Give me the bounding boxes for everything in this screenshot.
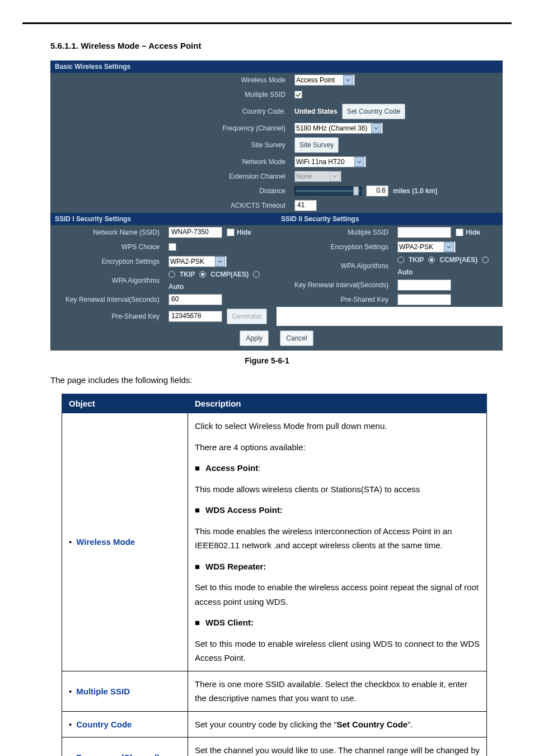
wireless-mode-select[interactable]: Access Point [294,74,355,86]
ssid1-alg-auto-radio[interactable] [253,271,260,278]
frequency-select[interactable]: 5180 MHz (Channel 36) [294,123,383,134]
ssid2-hide-label: Hide [466,228,480,236]
label-site-survey: Site Survey [50,139,291,151]
ssid1-psk-input[interactable]: 12345678 [168,311,222,322]
description-table: Object Description •Wireless Mode Click … [62,394,487,756]
ssid2-renew-input[interactable] [397,279,451,291]
ssid1-generator-button[interactable]: Generator [227,309,267,324]
ssid1-alg-tkip-label: TKIP [180,270,195,278]
section-number: 5.6.1.1. [50,41,78,50]
table-header-object: Object [62,394,188,413]
table-cell-object: •Country Code [62,711,188,738]
ssid1-wps-checkbox[interactable] [168,243,176,251]
ssid2-name-input[interactable] [397,227,451,238]
desc-line: Set to this mode to enable wireless clie… [195,637,480,665]
table-cell-description: There is one more SSID available. Select… [188,671,487,711]
label-ssid2-alg: WPA Algorithms [277,260,394,272]
label-extension-channel: Extension Channel [50,171,291,182]
desc-line: This mode allows wireless clients or Sta… [195,482,480,497]
ssid2-alg-auto-label: Auto [397,268,413,276]
chevron-down-icon [371,123,381,133]
ssid2-header: SSID II Security Settings [277,213,503,225]
object-wireless-mode: Wireless Mode [76,537,135,547]
site-survey-button[interactable]: Site Survey [294,137,339,153]
object-country-code: Country Code [76,720,132,729]
chevron-down-icon [215,256,225,267]
ssid1-enc-value: WPA2-PSK [170,258,213,265]
extension-channel-select: None [294,171,341,182]
multiple-ssid-checkbox[interactable] [294,91,302,99]
desc-line: Set your country code by clicking the “ [195,720,336,729]
page-top-rule [22,22,512,24]
desc-line: Set the channel you would like to use. T… [195,743,480,756]
ssid1-hide-label: Hide [237,228,251,236]
desc-line: Click to select Wireless Mode from pull … [195,419,480,433]
basic-settings-header: Basic Wireless Settings [50,60,503,73]
table-cell-object: •Wireless Mode [62,413,188,671]
desc-line: This mode enables the wireless interconn… [195,524,480,553]
country-code-value: United States [294,108,338,115]
wireless-settings-panel: Basic Wireless Settings Wireless Mode Ac… [50,60,503,351]
distance-slider[interactable] [294,186,362,195]
ssid2-alg-ccmp-label: CCMP(AES) [439,256,477,264]
label-ssid1-renew: Key Renewal Interval(Seconds) [50,294,165,305]
ssid1-alg-ccmp-radio[interactable] [199,271,206,278]
set-country-code-button[interactable]: Set Country Code [342,104,405,119]
label-ack-timeout: ACK/CTS Timeout [50,200,291,211]
ssid1-name-input[interactable]: WNAP-7350 [168,227,222,238]
ssid2-alg-ccmp-radio[interactable] [428,256,435,263]
object-multiple-ssid: Multiple SSID [76,687,130,696]
frequency-value: 5180 MHz (Channel 36) [296,124,369,132]
table-cell-description: Set the channel you would like to use. T… [188,738,487,757]
label-ssid2-renew: Key Renewal Interval(Seconds) [277,279,394,291]
chevron-down-icon [444,242,454,252]
label-ssid1-enc: Encryption Settings [50,256,165,267]
table-cell-object: •Multiple SSID [62,671,188,711]
ssid2-hide-checkbox[interactable] [456,228,463,236]
ssid2-psk-input[interactable] [397,294,451,305]
desc-line: ”. [407,720,413,729]
cancel-button[interactable]: Cancel [280,330,313,346]
label-ssid1-wps: WPS Choice [50,241,165,253]
label-ssid1-psk: Pre-Shared Key [50,311,165,322]
label-ssid2-enc: Encryption Settings [277,241,394,253]
table-cell-object: •Frequency (Channel) [62,738,188,757]
distance-input[interactable]: 0.6 [366,185,388,197]
ssid1-enc-select[interactable]: WPA2-PSK [168,256,227,267]
label-ssid2-multiple: Multiple SSID [277,227,394,238]
ssid1-alg-auto-label: Auto [168,283,184,291]
opt-access-point: Access Point [205,463,258,473]
section-title-text: Wireless Mode – Access Point [81,41,201,50]
chevron-down-icon [354,157,364,167]
ack-timeout-input[interactable]: 41 [294,200,317,211]
ssid2-alg-tkip-radio[interactable] [397,256,404,263]
network-mode-select[interactable]: WiFi 11na HT20 [294,156,366,167]
apply-button[interactable]: Apply [240,330,269,346]
ssid1-alg-tkip-radio[interactable] [168,271,175,278]
slider-thumb[interactable] [353,186,359,195]
label-country-code: Country Code: [50,106,291,117]
object-frequency: Frequency (Channel) [76,753,160,756]
label-ssid1-alg: WPA Algorithms [50,275,165,286]
opt-wds-client: WDS Client: [205,618,254,627]
figure-caption: Figure 5-6-1 [22,356,512,365]
table-cell-description: Click to select Wireless Mode from pull … [188,413,487,671]
ssid1-alg-ccmp-label: CCMP(AES) [210,270,249,278]
chevron-down-icon [343,75,353,85]
label-network-mode: Network Mode [50,156,291,167]
distance-units: miles (1.0 km) [393,187,437,195]
chevron-down-icon [330,171,340,181]
table-cell-description: Set your country code by clicking the “S… [188,711,487,738]
ssid1-header: SSID I Security Settings [50,213,277,225]
ssid1-renew-input[interactable]: 60 [168,294,222,305]
panel-footer: Apply Cancel [50,326,503,351]
network-mode-value: WiFi 11na HT20 [296,158,352,166]
ssid1-hide-checkbox[interactable] [227,228,235,236]
wireless-mode-value: Access Point [296,76,341,84]
ssid2-enc-select[interactable]: WPA2-PSK [397,241,456,253]
label-frequency: Frequency (Channel) [50,123,291,134]
ssid2-alg-auto-radio[interactable] [482,256,489,263]
section-heading: 5.6.1.1. Wireless Mode – Access Point [50,41,512,50]
opt-wds-ap: WDS Access Point: [205,505,283,515]
intro-text: The page includes the following fields: [50,375,512,385]
